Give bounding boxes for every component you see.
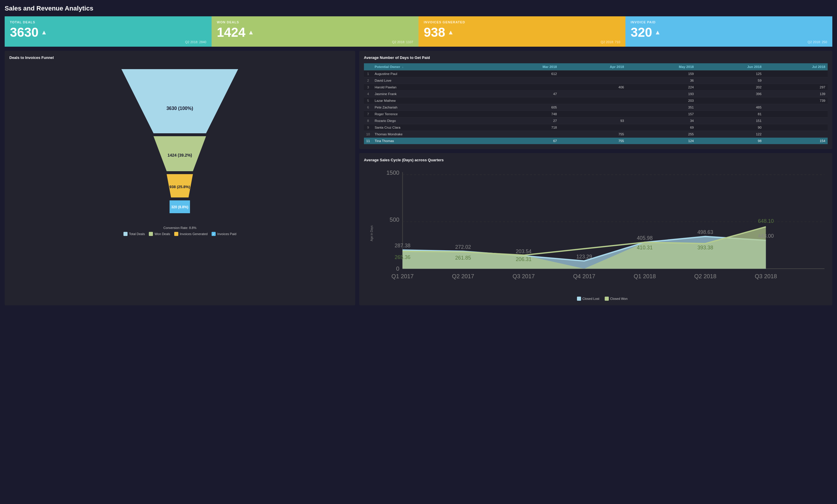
funnel-label-won: 1424 (39.2%) bbox=[167, 153, 192, 157]
table-row: 3 Harold Pawlan 406 224 202 297 bbox=[364, 84, 828, 91]
svg-text:203.54: 203.54 bbox=[516, 248, 531, 254]
table-row: 4 Jasmine Frank 47 193 396 139 bbox=[364, 91, 828, 97]
row-mar: 748 bbox=[492, 111, 559, 117]
chart-legend: Closed Lost Closed Won bbox=[377, 297, 828, 301]
legend-total-deals-label: Total Deals bbox=[129, 232, 145, 236]
row-may: 69 bbox=[626, 124, 696, 131]
funnel-segment-total bbox=[121, 69, 238, 133]
svg-text:Q3 2017: Q3 2017 bbox=[513, 273, 535, 279]
kpi-won-deals-prev: Q2 2018: 1107 bbox=[217, 40, 413, 44]
row-jul bbox=[764, 71, 828, 77]
table-row: 10 Thomas Mondrake 755 255 122 bbox=[364, 131, 828, 138]
col-header-may[interactable]: May 2018 bbox=[626, 63, 696, 71]
row-num: 4 bbox=[364, 91, 372, 97]
row-jun: 98 bbox=[696, 138, 764, 144]
avg-days-panel: Average Number of Days to Get Paid Poten… bbox=[359, 51, 832, 149]
kpi-total-deals-value: 3630 ▲ bbox=[10, 25, 206, 40]
avg-sales-panel: Average Sales Cycle (Days) across Quarte… bbox=[359, 153, 832, 305]
kpi-total-deals-prev: Q2 2018: 2840 bbox=[10, 40, 206, 44]
row-num: 3 bbox=[364, 84, 372, 91]
funnel-label-paid: 320 (8.8%) bbox=[171, 205, 189, 209]
kpi-invoice-paid-arrow: ▲ bbox=[654, 29, 661, 36]
row-jun: 396 bbox=[696, 91, 764, 97]
row-jul bbox=[764, 77, 828, 84]
kpi-won-deals-arrow: ▲ bbox=[248, 29, 254, 36]
legend-closed-won: Closed Won bbox=[605, 297, 628, 301]
row-apr bbox=[559, 91, 626, 97]
svg-text:Q1 2018: Q1 2018 bbox=[634, 273, 656, 279]
kpi-invoices-generated-prev: Q2 2018: 710 bbox=[424, 40, 620, 44]
table-row: 1 Augustine Paul 612 159 125 bbox=[364, 71, 828, 77]
kpi-invoice-paid-label: INVOICE PAID bbox=[631, 20, 827, 24]
row-name: Tina Thomas bbox=[372, 138, 492, 144]
kpi-row: TOTAL DEALS 3630 ▲ Q2 2018: 2840 WON DEA… bbox=[5, 16, 832, 47]
svg-text:Q3 2018: Q3 2018 bbox=[755, 273, 777, 279]
row-name: Augustine Paul bbox=[372, 71, 492, 77]
kpi-invoice-paid: INVOICE PAID 320 ▲ Q2 2018: 250 bbox=[625, 16, 832, 47]
row-mar bbox=[492, 131, 559, 138]
kpi-total-deals-label: TOTAL DEALS bbox=[10, 20, 206, 24]
legend-closed-won-label: Closed Won bbox=[610, 297, 628, 300]
row-num: 9 bbox=[364, 124, 372, 131]
svg-text:405.98: 405.98 bbox=[637, 235, 653, 241]
kpi-invoices-generated-arrow: ▲ bbox=[447, 29, 454, 36]
svg-text:265.36: 265.36 bbox=[395, 254, 410, 260]
svg-text:1500: 1500 bbox=[386, 169, 399, 176]
legend-invoices-generated: Invoices Generated bbox=[174, 232, 208, 236]
sales-chart-svg: 1500 500 0 bbox=[377, 166, 828, 294]
svg-text:Q1 2017: Q1 2017 bbox=[391, 273, 413, 279]
funnel-conversion: Conversion Rate: 8.8% bbox=[163, 226, 196, 229]
row-jun: 90 bbox=[696, 124, 764, 131]
col-header-name[interactable]: Potential Owner ↓ bbox=[372, 63, 492, 71]
row-jul bbox=[764, 104, 828, 111]
row-apr bbox=[559, 111, 626, 117]
col-header-apr[interactable]: Apr 2018 bbox=[559, 63, 626, 71]
col-header-jun[interactable]: Jun 2018 bbox=[696, 63, 764, 71]
row-apr: 406 bbox=[559, 84, 626, 91]
right-col: Average Number of Days to Get Paid Poten… bbox=[359, 51, 832, 305]
table-row: 7 Roger Terrence 748 157 81 bbox=[364, 111, 828, 117]
svg-text:498.63: 498.63 bbox=[697, 229, 713, 235]
legend-won-deals-box bbox=[149, 232, 153, 236]
col-header-mar[interactable]: Mar 2018 bbox=[492, 63, 559, 71]
funnel-label-invoices: 938 (25.8%) bbox=[170, 185, 190, 189]
legend-invoices-paid: ✓ Invoices Paid bbox=[212, 232, 236, 236]
kpi-total-deals-arrow: ▲ bbox=[41, 29, 47, 36]
svg-text:500: 500 bbox=[390, 217, 399, 223]
row-may: 34 bbox=[626, 117, 696, 124]
svg-text:648.10: 648.10 bbox=[758, 218, 774, 224]
kpi-invoices-generated-label: INVOICES GENERATED bbox=[424, 20, 620, 24]
row-name: Lazar Mathew bbox=[372, 97, 492, 104]
kpi-invoices-generated-value: 938 ▲ bbox=[424, 25, 620, 40]
svg-text:0: 0 bbox=[396, 265, 399, 272]
svg-text:393.38: 393.38 bbox=[697, 245, 713, 250]
row-mar: 612 bbox=[492, 71, 559, 77]
row-num: 7 bbox=[364, 111, 372, 117]
avg-days-table: Potential Owner ↓ Mar 2018 Apr 2018 May … bbox=[364, 63, 828, 144]
row-may: 36 bbox=[626, 77, 696, 84]
kpi-total-deals: TOTAL DEALS 3630 ▲ Q2 2018: 2840 bbox=[5, 16, 212, 47]
row-num: 2 bbox=[364, 77, 372, 84]
kpi-invoice-paid-value: 320 ▲ bbox=[631, 25, 827, 40]
row-may: 193 bbox=[626, 91, 696, 97]
row-apr: 755 bbox=[559, 138, 626, 144]
page-title: Sales and Revenue Analytics bbox=[5, 5, 832, 12]
row-name: Pete Zachariah bbox=[372, 104, 492, 111]
row-jun: 59 bbox=[696, 77, 764, 84]
row-jul: 739 bbox=[764, 97, 828, 104]
legend-closed-won-box bbox=[605, 297, 609, 301]
row-mar bbox=[492, 84, 559, 91]
table-row: 5 Lazar Mathew 203 739 bbox=[364, 97, 828, 104]
row-may: 157 bbox=[626, 111, 696, 117]
avg-days-title: Average Number of Days to Get Paid bbox=[364, 55, 828, 60]
row-mar: 27 bbox=[492, 117, 559, 124]
kpi-won-deals-label: WON DEALS bbox=[217, 20, 413, 24]
row-may: 255 bbox=[626, 131, 696, 138]
row-num: 8 bbox=[364, 117, 372, 124]
svg-text:206.31: 206.31 bbox=[516, 256, 531, 262]
row-jun: 81 bbox=[696, 111, 764, 117]
row-jun: 202 bbox=[696, 84, 764, 91]
row-name: David Love bbox=[372, 77, 492, 84]
col-header-jul[interactable]: Jul 2018 bbox=[764, 63, 828, 71]
row-name: Jasmine Frank bbox=[372, 91, 492, 97]
